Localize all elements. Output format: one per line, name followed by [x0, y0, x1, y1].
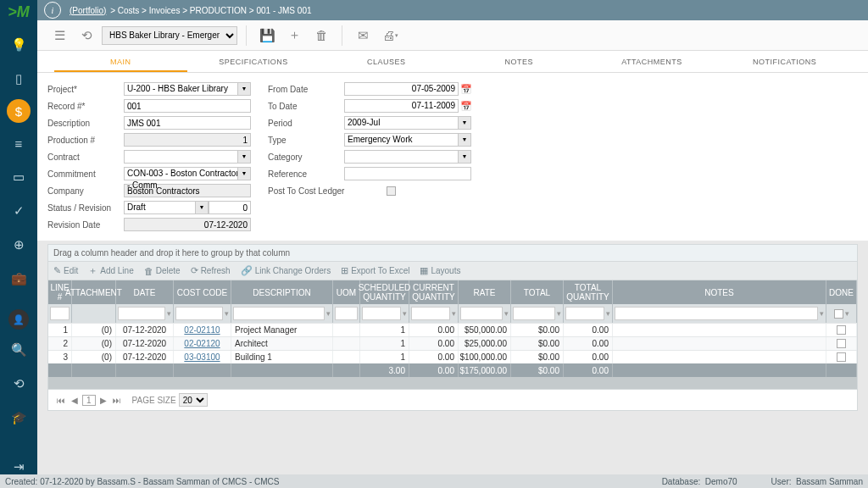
filter-rate[interactable]: [460, 307, 503, 320]
nav-cost-icon[interactable]: $: [7, 99, 31, 123]
col-total-qty[interactable]: TOTAL QUANTITY: [564, 280, 613, 304]
filter-icon[interactable]: ▾: [452, 309, 456, 318]
filter-code[interactable]: [175, 307, 223, 320]
type-select[interactable]: Emergency Work: [344, 133, 471, 147]
filter-icon[interactable]: ▾: [403, 309, 407, 318]
tab-clauses[interactable]: CLAUSES: [320, 51, 453, 72]
col-attachment[interactable]: ATTACHMENT: [72, 280, 116, 304]
done-checkbox[interactable]: [837, 352, 846, 362]
done-checkbox[interactable]: [837, 325, 846, 335]
from-date-input[interactable]: 07-05-2009: [344, 82, 459, 96]
period-select[interactable]: 2009-Jul: [344, 116, 471, 130]
filter-sq[interactable]: [362, 307, 401, 320]
filter-done[interactable]: [834, 309, 843, 319]
filter-cq[interactable]: [411, 307, 450, 320]
pager-first-icon[interactable]: ⏮: [55, 396, 67, 405]
revision-input[interactable]: [209, 201, 251, 214]
commitment-select[interactable]: CON-003 - Boston Contractors - Comm: [124, 167, 251, 180]
filter-tq[interactable]: [565, 307, 604, 320]
nav-globe-icon[interactable]: ⊕: [5, 231, 32, 258]
tab-specifications[interactable]: SPECIFICATIONS: [187, 51, 320, 72]
reference-input[interactable]: [344, 167, 471, 180]
add-icon[interactable]: ＋: [282, 25, 306, 47]
col-notes[interactable]: NOTES: [613, 280, 826, 304]
save-icon[interactable]: 💾: [255, 25, 279, 47]
grid-delete-button[interactable]: 🗑Delete: [144, 266, 181, 276]
from-label: From Date: [268, 85, 344, 94]
filter-icon[interactable]: ▾: [845, 309, 849, 318]
col-description[interactable]: DESCRIPTION: [231, 280, 333, 304]
calendar-icon[interactable]: 📅: [460, 100, 472, 112]
contract-select[interactable]: [124, 150, 251, 164]
nav-clipboard-icon[interactable]: ▯: [5, 65, 32, 92]
col-date[interactable]: DATE: [116, 280, 174, 304]
nav-search-icon[interactable]: 🔍: [5, 336, 32, 363]
print-icon[interactable]: 🖨▾: [378, 25, 402, 47]
project-select[interactable]: U-200 - HBS Baker Library: [124, 82, 251, 96]
filter-icon[interactable]: ▾: [326, 309, 331, 318]
group-hint[interactable]: Drag a column header and drop it here to…: [47, 244, 858, 262]
breadcrumb-root[interactable]: (Portfolio): [70, 6, 106, 15]
col-rate[interactable]: RATE: [459, 280, 511, 304]
col-current-qty[interactable]: CURRENT QUANTITY: [409, 280, 459, 304]
grid-refresh-button[interactable]: ⟳Refresh: [191, 265, 231, 276]
grid-add-button[interactable]: ＋Add Line: [88, 264, 133, 277]
col-done[interactable]: DONE: [826, 280, 857, 304]
mail-icon[interactable]: ✉: [351, 25, 375, 47]
filter-icon[interactable]: ▾: [820, 309, 824, 318]
description-input[interactable]: [124, 116, 251, 130]
tab-main[interactable]: MAIN: [54, 51, 187, 72]
category-select[interactable]: [344, 150, 471, 164]
col-total[interactable]: TOTAL: [511, 280, 564, 304]
pagesize-select[interactable]: 20: [179, 393, 208, 407]
status-select[interactable]: Draft: [124, 201, 209, 214]
done-checkbox[interactable]: [837, 339, 846, 348]
refresh-icon: ⟳: [191, 265, 198, 276]
pager-prev-icon[interactable]: ◀: [70, 396, 80, 405]
pager-last-icon[interactable]: ⏭: [111, 396, 123, 405]
nav-book-icon[interactable]: ▭: [5, 164, 32, 191]
filter-icon[interactable]: ▾: [606, 309, 610, 318]
pager-next-icon[interactable]: ▶: [98, 396, 108, 405]
grid-scrollbar[interactable]: [48, 377, 857, 389]
nav-idea-icon[interactable]: 💡: [5, 31, 32, 58]
filter-icon[interactable]: ▾: [557, 309, 561, 318]
nav-check-icon[interactable]: ✓: [5, 197, 32, 225]
grid-link-button[interactable]: 🔗Link Change Orders: [241, 265, 331, 276]
delete-icon[interactable]: 🗑: [309, 25, 333, 47]
filter-line[interactable]: [50, 307, 70, 320]
tab-notifications[interactable]: NOTIFICATIONS: [718, 51, 851, 72]
menu-icon[interactable]: ☰: [47, 25, 71, 47]
filter-desc[interactable]: [233, 307, 325, 320]
to-date-input[interactable]: 07-11-2009: [344, 99, 459, 113]
nav-education-icon[interactable]: 🎓: [5, 404, 32, 431]
filter-icon[interactable]: ▾: [504, 309, 509, 318]
filter-notes[interactable]: [615, 307, 818, 320]
nav-briefcase-icon[interactable]: 💼: [5, 265, 32, 292]
tab-notes[interactable]: NOTES: [453, 51, 586, 72]
col-uom[interactable]: UOM: [333, 280, 360, 304]
user-avatar[interactable]: 👤: [8, 309, 29, 330]
tab-attachments[interactable]: ATTACHMENTS: [586, 51, 719, 72]
filter-uom[interactable]: [335, 307, 358, 320]
info-icon[interactable]: i: [44, 2, 61, 19]
filter-icon[interactable]: ▾: [167, 309, 171, 318]
col-cost-code[interactable]: COST CODE: [174, 280, 231, 304]
col-scheduled-qty[interactable]: SCHEDULED QUANTITY: [360, 280, 409, 304]
filter-date[interactable]: [118, 307, 165, 320]
table-row[interactable]: 1(0)07-12-202002-02110Project Manager10.…: [48, 323, 857, 336]
grid-layouts-button[interactable]: ▦Layouts: [420, 265, 460, 276]
nav-history-icon[interactable]: ⟲: [5, 370, 32, 397]
calendar-icon[interactable]: 📅: [460, 83, 472, 95]
context-selector[interactable]: HBS Baker Library - Emergency Work: [102, 26, 237, 45]
nav-list-icon[interactable]: ≡: [5, 130, 32, 157]
filter-icon[interactable]: ▾: [225, 309, 229, 318]
status-label: Status / Revision: [47, 203, 124, 213]
history-icon[interactable]: ⟲: [75, 25, 98, 47]
grid-edit-button[interactable]: ✎Edit: [53, 265, 78, 276]
filter-tot[interactable]: [513, 307, 555, 320]
table-row[interactable]: 3(0)07-12-202003-03100Building 110.00$10…: [48, 350, 857, 363]
grid-export-button[interactable]: ⊞Export To Excel: [341, 265, 409, 276]
record-input[interactable]: [124, 99, 251, 113]
table-row[interactable]: 2(0)07-12-202002-02120Architect10.00$25,…: [48, 336, 857, 350]
